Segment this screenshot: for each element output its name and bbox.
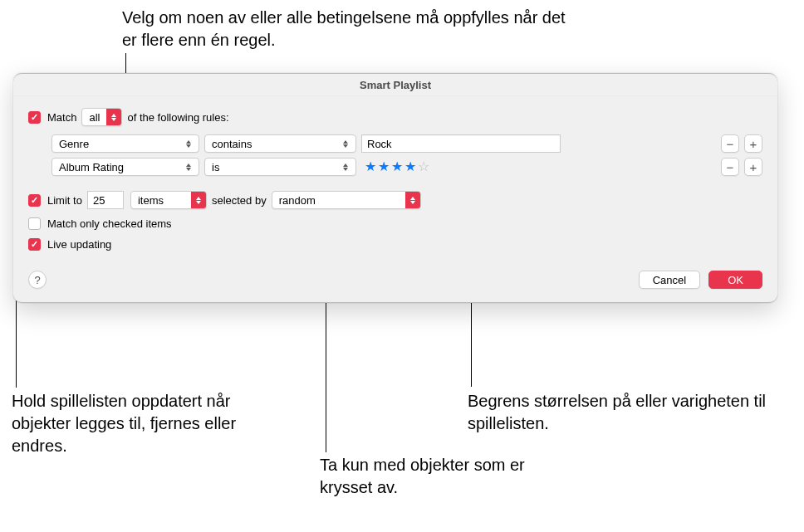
rule-operator-select[interactable]: contains — [204, 134, 356, 153]
popup-arrows-icon — [191, 192, 206, 208]
limit-count-input[interactable]: 25 — [87, 191, 124, 209]
smart-playlist-dialog: Smart Playlist Match all of the followin… — [13, 73, 777, 303]
limit-row: Limit to 25 items selected by random — [28, 191, 762, 209]
rule-row: Album Rating is ★ ★ ★ ★ ☆ − + — [51, 158, 762, 176]
star-icon: ★ — [404, 160, 416, 173]
leader-line — [16, 295, 17, 388]
rule-operator-value: contains — [212, 138, 252, 150]
callout-match-checked: Ta kun med objekter som er krysset av. — [320, 454, 561, 499]
rule-row: Genre contains Rock − + — [51, 134, 762, 153]
dialog-title: Smart Playlist — [13, 74, 777, 96]
rules-container: Genre contains Rock − + Album Rating — [51, 134, 762, 176]
rule-operator-value: is — [212, 161, 219, 173]
rule-rating-input[interactable]: ★ ★ ★ ★ ☆ — [365, 160, 429, 173]
callout-live-updating: Hold spillelisten oppdatert når objekter… — [12, 390, 277, 457]
live-updating-label: Live updating — [47, 238, 111, 251]
dialog-footer: ? Cancel OK — [13, 266, 777, 302]
chevron-updown-icon — [182, 164, 195, 171]
rule-operator-select[interactable]: is — [204, 158, 356, 176]
popup-arrows-icon — [106, 109, 121, 125]
limit-checkbox[interactable] — [28, 194, 41, 207]
limit-unit-value: items — [131, 194, 191, 207]
star-icon: ★ — [365, 160, 376, 173]
add-rule-button[interactable]: + — [744, 158, 762, 176]
selected-by-value: random — [272, 194, 405, 207]
rule-value-input[interactable]: Rock — [361, 134, 561, 153]
remove-rule-button[interactable]: − — [721, 158, 739, 176]
match-mode-value: all — [82, 111, 106, 124]
chevron-updown-icon — [182, 140, 195, 148]
add-rule-button[interactable]: + — [744, 134, 762, 153]
match-checked-label: Match only checked items — [47, 217, 172, 230]
limit-count-value: 25 — [93, 194, 105, 207]
rule-attribute-value: Genre — [59, 138, 89, 150]
callout-limit: Begrens størrelsen på eller varigheten t… — [468, 390, 800, 435]
live-updating-row: Live updating — [28, 238, 762, 251]
cancel-button[interactable]: Cancel — [639, 271, 700, 289]
rule-attribute-select[interactable]: Genre — [51, 134, 199, 153]
limit-label-prefix: Limit to — [47, 194, 82, 207]
selected-by-popup[interactable]: random — [272, 191, 421, 209]
rule-attribute-select[interactable]: Album Rating — [51, 158, 199, 176]
limit-unit-popup[interactable]: items — [130, 191, 207, 209]
rule-attribute-value: Album Rating — [59, 161, 124, 173]
match-checkbox[interactable] — [28, 111, 41, 124]
match-checked-row: Match only checked items — [28, 217, 762, 230]
match-checked-checkbox[interactable] — [28, 217, 41, 230]
match-label-prefix: Match — [47, 111, 76, 124]
match-mode-popup[interactable]: all — [81, 108, 122, 126]
chevron-updown-icon — [339, 164, 352, 171]
star-icon: ☆ — [418, 160, 429, 173]
callout-match-mode: Velg om noen av eller alle betingelsene … — [122, 7, 571, 51]
remove-rule-button[interactable]: − — [721, 134, 739, 153]
ok-button[interactable]: OK — [708, 271, 762, 289]
star-icon: ★ — [391, 160, 403, 173]
star-icon: ★ — [378, 160, 390, 173]
rule-value-text: Rock — [367, 138, 392, 150]
help-button[interactable]: ? — [28, 271, 47, 289]
selected-by-label: selected by — [212, 194, 267, 207]
live-updating-checkbox[interactable] — [28, 238, 41, 251]
dialog-content: Match all of the following rules: Genre … — [13, 96, 777, 266]
match-row: Match all of the following rules: — [28, 108, 762, 126]
chevron-updown-icon — [339, 140, 352, 148]
popup-arrows-icon — [405, 192, 420, 208]
match-label-suffix: of the following rules: — [127, 111, 228, 124]
